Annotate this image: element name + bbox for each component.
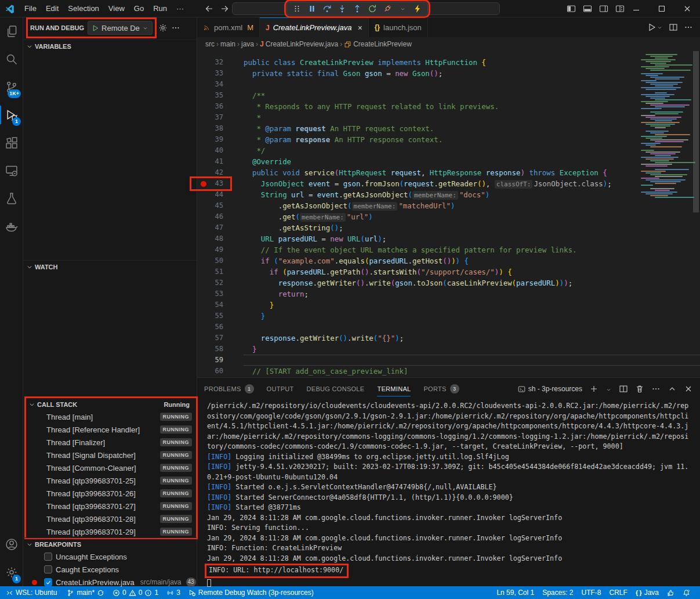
tab-launch-json[interactable]: {}launch.json [369, 17, 428, 37]
step-over-button[interactable] [320, 2, 335, 15]
editor-more-actions-icon[interactable] [684, 23, 693, 33]
toggle-secondary-sidebar-icon[interactable] [599, 4, 608, 14]
line-number[interactable]: 34 [197, 79, 244, 90]
close-window-button[interactable] [674, 0, 700, 17]
menu-view[interactable]: View [104, 2, 129, 15]
line-number[interactable]: 56 [197, 322, 244, 333]
minimap[interactable] [639, 52, 692, 377]
code-line[interactable]: 50 if ("example.com".equals(parsedURL.ge… [197, 255, 700, 266]
code-line[interactable]: 33 private static final Gson gson = new … [197, 68, 700, 79]
hot-code-replace-button[interactable] [410, 2, 425, 15]
activity-extensions[interactable] [0, 129, 23, 157]
panel-more-actions-icon[interactable] [651, 384, 661, 394]
code-line[interactable]: 57 response.getWriter().write("{}"); [197, 333, 700, 344]
code-line[interactable]: 53 return; [197, 288, 700, 300]
breadcrumb-item[interactable]: CreateLinkPreview.java [266, 40, 338, 48]
activity-source-control[interactable]: 1K+ [0, 73, 23, 101]
indentation-status[interactable]: Spaces: 2 [538, 586, 577, 599]
activity-testing[interactable] [0, 185, 23, 212]
menu-go[interactable]: Go [129, 2, 148, 15]
call-stack-thread-row[interactable]: Thread [qtp399683701-26]RUNNING [26, 487, 197, 500]
panel-tab-ports[interactable]: PORTS3 [423, 378, 459, 400]
code-line[interactable]: 45 .getAsJsonObject(memberName:"matchedU… [197, 200, 700, 211]
code-line[interactable]: 49 // If the event object URL matches a … [197, 244, 700, 255]
code-line[interactable]: 60 // [START add_ons_case_preview_link] [197, 366, 700, 377]
disconnect-dropdown-button[interactable] [395, 2, 410, 15]
terminal-instance-label[interactable]: sh - 3p-resources [518, 385, 582, 393]
line-number[interactable]: 57 [197, 333, 244, 344]
line-number[interactable]: 53 [197, 288, 244, 300]
toggle-panel-icon[interactable] [583, 4, 592, 14]
code-line[interactable]: 47 .getAsString(); [197, 222, 700, 233]
code-line[interactable]: 55 } [197, 311, 700, 322]
breakpoint-row[interactable]: Uncaught Exceptions [23, 550, 197, 563]
cursor-position-status[interactable]: Ln 59, Col 1 [492, 586, 538, 599]
code-line[interactable]: 38 * @param request An HTTP request cont… [197, 123, 700, 134]
code-line[interactable]: 48 URL parsedURL = new URL(url); [197, 233, 700, 244]
breadcrumb[interactable]: src›main›java›J CreateLinkPreview.java›C… [197, 37, 700, 51]
code-editor[interactable]: 32public class CreateLinkPreview impleme… [197, 51, 700, 377]
line-number[interactable]: 51 [197, 266, 244, 277]
code-line[interactable]: 40 */ [197, 145, 700, 156]
maximize-panel-icon[interactable] [668, 384, 677, 394]
step-out-button[interactable] [350, 2, 365, 15]
tab-createlinkpreview-java[interactable]: JCreateLinkPreview.java× [260, 17, 369, 37]
line-number[interactable]: 46 [197, 211, 244, 222]
encoding-status[interactable]: UTF-8 [578, 586, 605, 599]
maximize-button[interactable] [649, 0, 674, 17]
code-line[interactable]: 46 .get(memberName:"url") [197, 211, 700, 222]
line-number[interactable]: 39 [197, 134, 244, 145]
split-editor-icon[interactable] [669, 23, 678, 33]
activity-remote-explorer[interactable] [0, 157, 23, 185]
nav-back-icon[interactable] [205, 3, 214, 13]
call-stack-thread-row[interactable]: Thread [Finalizer]RUNNING [26, 436, 197, 449]
notifications-bell-icon[interactable] [679, 586, 694, 599]
call-stack-thread-row[interactable]: Thread [qtp399683701-27]RUNNING [26, 500, 197, 513]
feedback-icon[interactable] [663, 586, 679, 599]
menu-file[interactable]: File [20, 2, 41, 15]
activity-accounts[interactable] [0, 531, 23, 558]
drag-grip-button[interactable] [289, 2, 304, 15]
restart-button[interactable] [365, 2, 380, 15]
line-number[interactable]: 55 [197, 311, 244, 322]
line-number[interactable]: 49 [197, 244, 244, 255]
tab-pom-xml[interactable]: pom.xmlM [197, 17, 260, 37]
line-number[interactable]: 60 [197, 366, 244, 377]
run-java-button[interactable] [647, 23, 663, 32]
debug-session-status[interactable]: Remote Debug Watch (3p-resources) [184, 586, 318, 599]
disconnect-button[interactable] [380, 2, 395, 15]
line-number[interactable]: 35 [197, 90, 244, 101]
breakpoint-row[interactable]: CreateLinkPreview.javasrc/main/java43 [23, 576, 197, 589]
line-number[interactable]: 48 [197, 233, 244, 244]
sidebar-more-actions-icon[interactable] [171, 23, 180, 33]
terminal-dropdown-icon[interactable] [605, 385, 612, 394]
new-terminal-icon[interactable] [589, 384, 599, 394]
call-stack-thread-row[interactable]: Thread [Reference Handler]RUNNING [26, 423, 197, 436]
code-line[interactable]: 35 /** [197, 90, 700, 101]
line-number[interactable]: 54 [197, 300, 244, 311]
code-line[interactable]: 39 * @param response An HTTP response co… [197, 134, 700, 145]
panel-tab-debug-console[interactable]: DEBUG CONSOLE [307, 378, 365, 400]
breakpoint-checkbox[interactable] [44, 578, 52, 586]
line-number[interactable]: 32 [197, 57, 244, 68]
code-line[interactable]: 54 } [197, 300, 700, 311]
call-stack-thread-row[interactable]: Thread [main]RUNNING [26, 410, 197, 423]
breakpoint-checkbox[interactable] [44, 565, 52, 573]
line-number[interactable]: 41 [197, 156, 244, 167]
line-number[interactable]: 52 [197, 277, 244, 288]
code-line[interactable]: 44 String url = event.getAsJsonObject(me… [197, 189, 700, 200]
code-line[interactable]: 32public class CreateLinkPreview impleme… [197, 57, 700, 68]
line-number[interactable]: 59 [197, 355, 244, 366]
breadcrumb-item[interactable]: src [205, 40, 215, 48]
code-line[interactable]: 51 if (parsedURL.getPath().startsWith("/… [197, 266, 700, 277]
code-line[interactable]: 37 * [197, 112, 700, 123]
panel-tab-terminal[interactable]: TERMINAL [377, 378, 411, 400]
watch-section[interactable]: WATCH [23, 260, 197, 273]
debug-settings-gear-icon[interactable] [158, 23, 168, 33]
call-stack-thread-row[interactable]: Thread [qtp399683701-25]RUNNING [26, 474, 197, 487]
line-number[interactable]: 50 [197, 255, 244, 266]
launch-configuration-dropdown[interactable]: Remote De [88, 21, 153, 35]
breadcrumb-item[interactable]: main [220, 40, 235, 48]
breakpoint-row[interactable]: Caught Exceptions [23, 563, 197, 576]
activity-search[interactable] [0, 45, 23, 73]
